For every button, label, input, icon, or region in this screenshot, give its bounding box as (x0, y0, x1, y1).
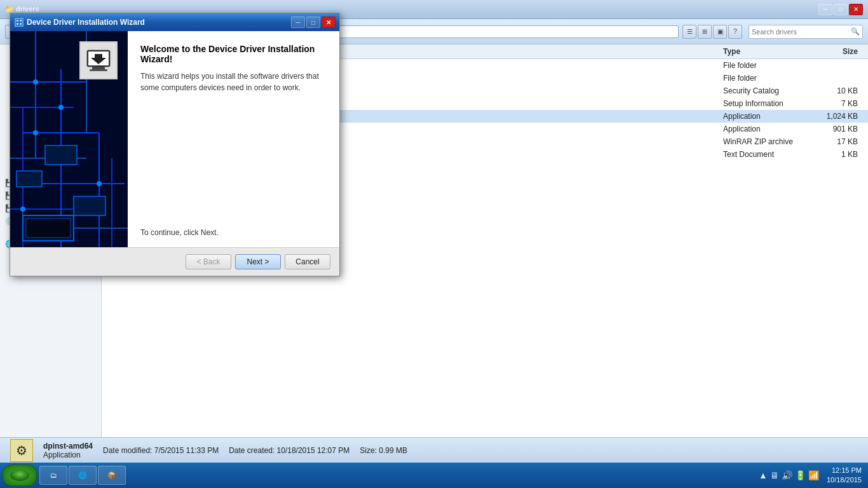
col-type-header: Type (723, 47, 812, 56)
status-filetype: Application (43, 451, 93, 459)
svg-point-24 (20, 207, 25, 212)
dialog-title: Device Driver Installation Wizard (27, 18, 145, 27)
file-type-cell: Application (723, 112, 812, 121)
tray-battery-icon: 🔋 (795, 470, 806, 480)
search-icon: 🔍 (851, 27, 860, 36)
dialog-description: This wizard helps you install the softwa… (140, 71, 327, 93)
clock-time: 12:15 PM (827, 466, 862, 475)
file-size-cell: 10 KB (812, 86, 863, 95)
taskbar-tray: ▲ 🖥 🔊 🔋 📶 (755, 470, 823, 480)
search-box[interactable]: 🔍 (749, 25, 863, 39)
status-size-value: 0.99 MB (379, 446, 407, 455)
file-type-cell: File folder (723, 74, 812, 83)
col-size-header: Size (812, 47, 863, 56)
svg-rect-4 (20, 23, 22, 25)
file-size-cell: 1,024 KB (812, 112, 863, 121)
status-bar: ⚙ dpinst-amd64 Application Date modified… (0, 437, 868, 463)
chrome-taskbar-icon: 🌐 (78, 471, 87, 480)
dialog-driver-icon-box (79, 41, 118, 79)
explorer-close-btn[interactable]: ✕ (849, 4, 863, 15)
svg-point-35 (10, 470, 29, 481)
status-date-created-value: 10/18/2015 12:07 PM (277, 446, 350, 455)
file-type-cell: Setup Information (723, 99, 812, 108)
cancel-button[interactable]: Cancel (285, 254, 330, 269)
svg-point-19 (33, 79, 38, 85)
file-size-cell: 1 KB (812, 150, 863, 159)
svg-rect-1 (17, 20, 18, 22)
dialog-body: Welcome to the Device Driver Installatio… (10, 31, 339, 247)
tray-signal-icon: 📶 (808, 470, 819, 480)
dialog-left-panel (10, 31, 128, 247)
view-preview-btn[interactable]: ▣ (713, 25, 727, 39)
svg-rect-33 (92, 67, 105, 69)
status-filename: dpinst-amd64 (43, 442, 93, 451)
file-size-cell: 901 KB (812, 125, 863, 133)
dialog-footer: < Back Next > Cancel (10, 247, 339, 276)
svg-rect-34 (90, 69, 107, 71)
wizard-dialog: Device Driver Installation Wizard ─ □ ✕ (10, 13, 340, 276)
file-type-cell: Security Catalog (723, 86, 812, 95)
view-list-btn[interactable]: ☰ (682, 25, 696, 39)
file-size-cell: 17 KB (812, 137, 863, 146)
next-button[interactable]: Next > (235, 254, 281, 269)
file-type-cell: Text Document (723, 150, 812, 159)
taskbar-item-app[interactable]: 📦 (98, 466, 126, 485)
dialog-close-btn[interactable]: ✕ (322, 17, 336, 28)
system-clock[interactable]: 12:15 PM 10/18/2015 (823, 466, 865, 485)
svg-rect-26 (17, 171, 42, 187)
back-button[interactable]: < Back (186, 254, 231, 269)
app-taskbar-icon: 📦 (107, 471, 116, 480)
file-type-cell: Application (723, 125, 812, 133)
status-dates: Date modified: 7/5/2015 11:33 PM (103, 446, 219, 455)
dialog-heading: Welcome to the Device Driver Installatio… (140, 44, 327, 64)
svg-rect-3 (17, 23, 18, 25)
svg-rect-2 (20, 20, 22, 22)
taskbar-items: 🗂 🌐 📦 (39, 466, 755, 485)
file-type-cell: WinRAR ZIP archive (723, 137, 812, 146)
status-file-info: dpinst-amd64 Application (43, 442, 93, 459)
tray-volume-icon: 🔊 (782, 470, 792, 480)
start-button[interactable] (3, 464, 37, 486)
svg-rect-29 (26, 219, 71, 238)
dialog-title-icon (14, 17, 24, 27)
dialog-window-controls: ─ □ ✕ (291, 17, 336, 28)
file-size-cell: 7 KB (812, 99, 863, 108)
clock-date: 10/18/2015 (827, 475, 862, 485)
taskbar-item-explorer[interactable]: 🗂 (39, 466, 67, 485)
status-date-modified-label: Date modified: (103, 446, 152, 455)
driver-install-icon (83, 45, 114, 76)
svg-point-23 (97, 181, 102, 186)
tray-arrow-icon[interactable]: ▲ (759, 470, 768, 480)
explorer-minimize-btn[interactable]: ─ (818, 4, 832, 15)
dialog-titlebar: Device Driver Installation Wizard ─ □ ✕ (10, 13, 339, 31)
status-date-modified: 7/5/2015 11:33 PM (154, 446, 219, 455)
dialog-maximize-btn[interactable]: □ (306, 17, 320, 28)
svg-point-21 (33, 130, 38, 135)
status-size-label: Size: (360, 446, 377, 455)
dialog-right-panel: Welcome to the Device Driver Installatio… (128, 31, 339, 247)
svg-rect-27 (74, 196, 105, 215)
taskbar: 🗂 🌐 📦 ▲ 🖥 🔊 🔋 📶 12:15 PM 10/18/2015 (0, 463, 868, 488)
status-date-created: Date created: 10/18/2015 12:07 PM (229, 446, 349, 455)
svg-rect-25 (45, 146, 77, 165)
explorer-maximize-btn[interactable]: □ (834, 4, 848, 15)
dialog-continue-text: To continue, click Next. (140, 220, 327, 237)
dialog-minimize-btn[interactable]: ─ (291, 17, 305, 28)
help-btn[interactable]: ? (728, 25, 742, 39)
status-size: Size: 0.99 MB (360, 446, 407, 455)
view-details-btn[interactable]: ⊞ (698, 25, 712, 39)
explorer-taskbar-icon: 🗂 (50, 471, 57, 479)
svg-point-20 (58, 105, 64, 110)
status-date-created-label: Date created: (229, 446, 275, 455)
tray-network-icon: 🖥 (770, 470, 779, 480)
taskbar-item-chrome[interactable]: 🌐 (69, 466, 97, 485)
search-input[interactable] (752, 28, 851, 36)
file-type-cell: File folder (723, 61, 812, 70)
status-file-icon: ⚙ (10, 439, 33, 462)
